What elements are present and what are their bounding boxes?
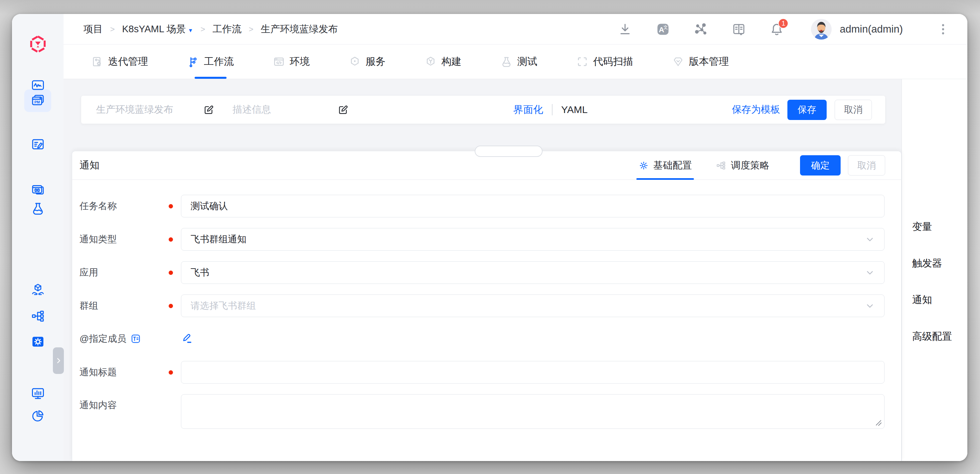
project-pm-icon: PM bbox=[31, 94, 45, 108]
breadcrumb-separator: > bbox=[200, 25, 205, 34]
monitor-stats-icon bbox=[31, 387, 45, 401]
panel-cancel-button[interactable]: 取消 bbox=[848, 155, 885, 176]
sidebar-item-data-overview[interactable] bbox=[31, 387, 45, 401]
panel-tabs: 基础配置 调度策略 bbox=[638, 151, 885, 179]
tab-environments[interactable]: 环境 bbox=[273, 44, 310, 79]
rail-item-notify[interactable]: 通知 bbox=[902, 293, 967, 307]
app-select[interactable]: 飞书 bbox=[181, 261, 885, 284]
notifications-icon[interactable]: 1 bbox=[770, 22, 784, 36]
translate-icon[interactable]: A 文 bbox=[656, 22, 670, 36]
edit-name-icon[interactable] bbox=[203, 105, 214, 115]
schedule-flow-icon bbox=[716, 160, 727, 171]
chevron-down-icon bbox=[865, 301, 875, 311]
avatar[interactable] bbox=[811, 19, 832, 40]
test-flask-icon bbox=[501, 56, 512, 68]
chevron-down-icon bbox=[865, 235, 875, 244]
iteration-icon bbox=[91, 56, 103, 68]
form-row-mention-members: @指定成员 bbox=[80, 328, 885, 350]
form-row-notify-content: 通知内容 bbox=[80, 394, 885, 429]
chevron-down-icon[interactable]: ▼ bbox=[188, 28, 193, 33]
plugins-icon[interactable] bbox=[694, 22, 708, 36]
breadcrumb-workflow-name[interactable]: 生产环境蓝绿发布 bbox=[261, 22, 338, 36]
workflow-icon bbox=[187, 56, 199, 68]
notify-type-select[interactable]: 飞书群组通知 bbox=[181, 228, 885, 250]
app-window: PM bbox=[12, 14, 967, 461]
notify-config-panel: 通知 基础配置 bbox=[72, 151, 902, 461]
sidebar-item-projects[interactable]: PM bbox=[31, 94, 45, 108]
notification-badge: 1 bbox=[778, 18, 788, 29]
required-dot bbox=[169, 204, 181, 208]
field-label: 通知类型 bbox=[80, 233, 169, 246]
notify-content-textarea[interactable] bbox=[181, 394, 885, 429]
breadcrumb: 项目 > K8sYAML 场景▼ > 工作流 > 生产环境蓝绿发布 bbox=[83, 22, 338, 36]
main-area: 生产环境蓝绿发布 描述信息 界面化 YAML 保存 bbox=[64, 79, 902, 461]
tab-workflows[interactable]: 工作流 bbox=[187, 44, 234, 79]
panel-collapse-handle[interactable] bbox=[475, 146, 542, 157]
tab-tests[interactable]: 测试 bbox=[501, 44, 537, 79]
mode-ui-option[interactable]: 界面化 bbox=[513, 103, 543, 117]
settings-gear-icon bbox=[31, 335, 45, 349]
rail-item-triggers[interactable]: 触发器 bbox=[902, 257, 967, 270]
editor-mode-toggle: 界面化 YAML bbox=[513, 103, 587, 117]
monitor-wave-icon bbox=[31, 78, 45, 92]
required-dot bbox=[169, 304, 181, 308]
chevron-right-icon bbox=[55, 357, 62, 364]
sidebar-item-data-insight[interactable] bbox=[31, 409, 45, 423]
sidebar-item-delivery[interactable] bbox=[31, 283, 45, 297]
rail-item-variables[interactable]: 变量 bbox=[902, 220, 967, 234]
user-menu[interactable]: admin(admin) bbox=[811, 19, 903, 40]
sidebar-item-settings[interactable] bbox=[31, 335, 45, 349]
edit-description-icon[interactable] bbox=[338, 105, 348, 115]
sidebar-item-release-plan[interactable] bbox=[31, 137, 45, 151]
form-edit-icon bbox=[31, 137, 45, 151]
download-icon[interactable] bbox=[618, 22, 632, 36]
workflow-description-placeholder: 描述信息 bbox=[232, 103, 271, 116]
form-row-app: 应用 飞书 bbox=[80, 261, 885, 284]
breadcrumb-project-name[interactable]: K8sYAML 场景▼ bbox=[122, 22, 193, 36]
sidebar-item-tests[interactable] bbox=[31, 201, 45, 216]
breadcrumb-projects[interactable]: 项目 bbox=[83, 22, 103, 36]
group-select[interactable]: 请选择飞书群组 bbox=[181, 295, 885, 317]
confirm-button[interactable]: 确定 bbox=[800, 155, 841, 176]
form-row-group: 群组 请选择飞书群组 bbox=[80, 295, 885, 317]
mode-yaml-option[interactable]: YAML bbox=[561, 104, 587, 115]
form-row-notify-title: 通知标题 bbox=[80, 361, 885, 384]
mode-divider bbox=[552, 104, 552, 115]
tab-builds[interactable]: 构建 bbox=[425, 44, 461, 79]
sidebar-item-insight[interactable] bbox=[31, 78, 45, 92]
cancel-button[interactable]: 取消 bbox=[835, 100, 872, 120]
svg-text:PM: PM bbox=[34, 100, 40, 104]
panel-title: 通知 bbox=[80, 159, 99, 172]
svg-text:文: 文 bbox=[663, 24, 668, 30]
chevron-down-icon bbox=[865, 268, 875, 277]
left-sidebar: PM bbox=[12, 14, 64, 461]
tab-basic-config[interactable]: 基础配置 bbox=[638, 151, 692, 179]
tab-version-management[interactable]: 版本管理 bbox=[672, 44, 729, 79]
save-as-template-link[interactable]: 保存为模板 bbox=[732, 103, 780, 116]
sidebar-collapse-handle[interactable] bbox=[53, 347, 64, 374]
task-name-input[interactable] bbox=[181, 195, 885, 217]
service-icon bbox=[349, 56, 361, 68]
pie-chart-icon bbox=[31, 409, 45, 423]
tab-code-scan[interactable]: 代码扫描 bbox=[576, 44, 633, 79]
edit-members-icon[interactable] bbox=[181, 332, 193, 344]
sidebar-item-pipelines[interactable] bbox=[31, 309, 45, 323]
docs-icon[interactable] bbox=[732, 22, 746, 36]
tab-services[interactable]: 服务 bbox=[349, 44, 385, 79]
breadcrumb-workflows[interactable]: 工作流 bbox=[213, 22, 242, 36]
notify-title-input[interactable] bbox=[181, 361, 885, 384]
zadig-logo-icon[interactable] bbox=[29, 35, 47, 55]
rail-item-advanced[interactable]: 高级配置 bbox=[902, 330, 967, 343]
module-tabs: 迭代管理 工作流 环境 bbox=[64, 44, 967, 79]
save-button[interactable]: 保存 bbox=[788, 100, 827, 120]
more-menu-icon[interactable] bbox=[936, 22, 950, 36]
required-dot bbox=[169, 370, 181, 375]
tab-iteration-management[interactable]: 迭代管理 bbox=[91, 44, 148, 79]
field-label: @指定成员 bbox=[80, 328, 169, 345]
tab-schedule-policy[interactable]: 调度策略 bbox=[716, 151, 770, 179]
variable-text-icon[interactable] bbox=[131, 334, 141, 344]
sidebar-item-environments[interactable] bbox=[31, 183, 45, 197]
gear-icon bbox=[638, 160, 649, 171]
delivery-box-icon bbox=[31, 283, 45, 297]
workflow-name: 生产环境蓝绿发布 bbox=[96, 103, 173, 116]
